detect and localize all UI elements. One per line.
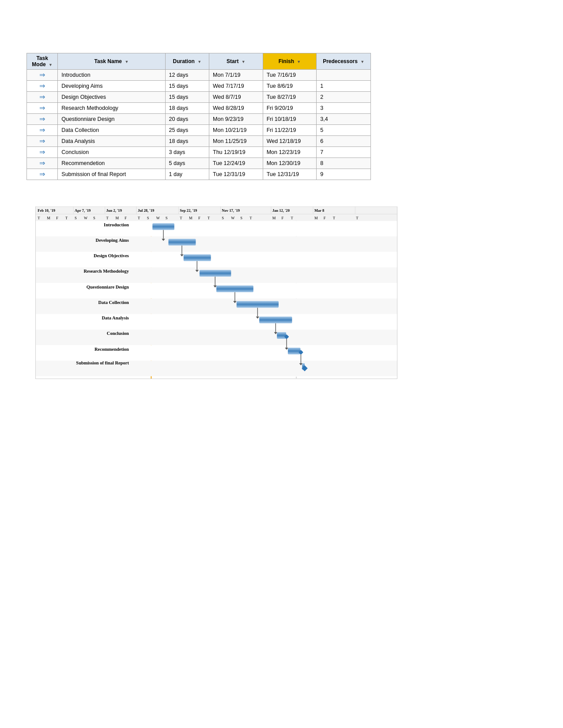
svg-text:Data Collection: Data Collection: [98, 300, 129, 305]
svg-text:T: T: [333, 216, 336, 220]
table-row: ⇒ Conclusion 3 days Thu 12/19/19 Mon 12/…: [27, 147, 371, 158]
svg-text:T: T: [180, 216, 182, 220]
predecessors-cell: 6: [317, 136, 371, 147]
svg-text:Data Analysis: Data Analysis: [102, 315, 129, 320]
task-mode-cell: ⇒: [27, 92, 58, 103]
table-row: ⇒ Recommendetion 5 days Tue 12/24/19 Mon…: [27, 158, 371, 169]
svg-text:Jan 12, '20: Jan 12, '20: [272, 208, 290, 213]
svg-text:F: F: [198, 216, 200, 220]
task-name-cell: Data Analysis: [58, 136, 165, 147]
duration-cell: 12 days: [165, 70, 209, 81]
gantt-chart-wrapper: Feb 10, '19 Apr 7, '19 Jun 2, '19 Jul 28…: [26, 206, 537, 383]
start-cell: Mon 7/1/19: [209, 70, 263, 81]
svg-rect-76: [216, 285, 253, 292]
svg-text:F: F: [282, 216, 284, 220]
svg-text:Submission of final Report: Submission of final Report: [76, 360, 129, 365]
svg-text:Jul 28, '19: Jul 28, '19: [138, 208, 154, 213]
task-mode-icon: ⇒: [39, 138, 45, 145]
svg-rect-49: [35, 221, 397, 236]
svg-text:M: M: [115, 216, 119, 220]
task-mode-cell: ⇒: [27, 147, 58, 158]
predecessors-cell: 3,4: [317, 114, 371, 125]
svg-text:W: W: [84, 216, 88, 220]
duration-cell: 15 days: [165, 81, 209, 92]
col-header-task-mode[interactable]: TaskMode ▼: [27, 53, 58, 70]
svg-text:Recommendetion: Recommendetion: [94, 347, 129, 352]
finish-cell: Fri 10/18/19: [263, 114, 317, 125]
task-name-cell: Recommendetion: [58, 158, 165, 169]
svg-rect-57: [35, 345, 397, 360]
predecessors-cell: [317, 70, 371, 81]
col-header-finish[interactable]: Finish ▼: [263, 53, 317, 70]
gantt-table: TaskMode ▼ Task Name ▼ Duration ▼ Start …: [26, 53, 371, 180]
finish-cell: Tue 7/16/19: [263, 70, 317, 81]
finish-cell: Fri 11/22/19: [263, 125, 317, 136]
table-body: ⇒ Introduction 12 days Mon 7/1/19 Tue 7/…: [27, 70, 371, 180]
duration-cell: 15 days: [165, 92, 209, 103]
svg-text:T: T: [138, 216, 140, 220]
task-name-cell: Design Objectives: [58, 92, 165, 103]
svg-text:W: W: [231, 216, 235, 220]
finish-cell: Tue 8/6/19: [263, 81, 317, 92]
svg-text:Developing Aims: Developing Aims: [96, 238, 129, 243]
table-row: ⇒ Data Analysis 18 days Mon 11/25/19 Wed…: [27, 136, 371, 147]
predecessors-arrow: ▼: [360, 60, 364, 64]
duration-cell: 1 day: [165, 169, 209, 180]
col-header-duration[interactable]: Duration ▼: [165, 53, 209, 70]
gantt-svg: Feb 10, '19 Apr 7, '19 Jun 2, '19 Jul 28…: [26, 206, 406, 383]
svg-rect-60: [152, 223, 174, 230]
svg-rect-80: [237, 301, 279, 308]
duration-cell: 20 days: [165, 114, 209, 125]
finish-cell: Mon 12/23/19: [263, 147, 317, 158]
task-name-label: Task Name: [94, 58, 122, 64]
duration-cell: 5 days: [165, 158, 209, 169]
start-label: Start: [227, 58, 238, 64]
task-mode-cell: ⇒: [27, 81, 58, 92]
svg-rect-72: [200, 270, 231, 277]
task-mode-icon: ⇒: [39, 171, 45, 178]
table-row: ⇒ Design Objectives 15 days Wed 8/7/19 T…: [27, 92, 371, 103]
task-name-cell: Developing Aims: [58, 81, 165, 92]
start-cell: Wed 8/7/19: [209, 92, 263, 103]
svg-rect-93: [288, 348, 301, 354]
duration-label: Duration: [173, 58, 194, 64]
task-name-cell: Data Collection: [58, 125, 165, 136]
task-mode-icon: ⇒: [39, 160, 45, 167]
task-name-cell: Submission of final Report: [58, 169, 165, 180]
col-header-start[interactable]: Start ▼: [209, 53, 263, 70]
finish-cell: Fri 9/20/19: [263, 103, 317, 114]
start-cell: Tue 12/31/19: [209, 169, 263, 180]
svg-text:Apr 7, '19: Apr 7, '19: [75, 208, 91, 213]
table-row: ⇒ Introduction 12 days Mon 7/1/19 Tue 7/…: [27, 70, 371, 81]
svg-text:S: S: [147, 216, 149, 220]
finish-cell: Tue 12/31/19: [263, 169, 317, 180]
task-name-cell: Research Methodology: [58, 103, 165, 114]
table-row: ⇒ Submission of final Report 1 day Tue 1…: [27, 169, 371, 180]
start-cell: Wed 8/28/19: [209, 103, 263, 114]
svg-text:Jun 2, '19: Jun 2, '19: [106, 208, 121, 213]
svg-text:F: F: [56, 216, 58, 220]
task-name-cell: Conclusion: [58, 147, 165, 158]
svg-rect-88: [277, 332, 286, 339]
start-cell: Tue 12/24/19: [209, 158, 263, 169]
svg-text:T: T: [38, 216, 40, 220]
col-header-predecessors[interactable]: Predecessors ▼: [317, 53, 371, 70]
predecessors-cell: 9: [317, 169, 371, 180]
task-mode-icon: ⇒: [39, 83, 45, 90]
svg-text:F: F: [125, 216, 127, 220]
svg-text:S: S: [93, 216, 95, 220]
svg-text:Nov 17, '19: Nov 17, '19: [222, 208, 240, 213]
table-row: ⇒ Developing Aims 15 days Wed 7/17/19 Tu…: [27, 81, 371, 92]
start-cell: Wed 7/17/19: [209, 81, 263, 92]
task-mode-icon: ⇒: [39, 105, 45, 112]
task-mode-label: TaskMode: [32, 55, 48, 68]
duration-cell: 3 days: [165, 147, 209, 158]
svg-text:M: M: [314, 216, 318, 220]
finish-cell: Tue 8/27/19: [263, 92, 317, 103]
table-row: ⇒ Data Collection 25 days Mon 10/21/19 F…: [27, 125, 371, 136]
col-header-task-name[interactable]: Task Name ▼: [58, 53, 165, 70]
task-mode-cell: ⇒: [27, 125, 58, 136]
svg-rect-64: [168, 239, 196, 245]
svg-rect-51: [35, 252, 397, 267]
svg-text:T: T: [291, 216, 294, 220]
